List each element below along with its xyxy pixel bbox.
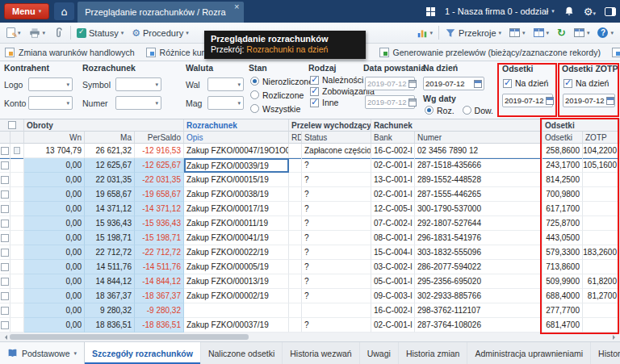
- table-row[interactable]: 0,0015 936,43-15 936,43Zakup FZKO/00011/…: [0, 216, 620, 231]
- cell-rd[interactable]: [289, 274, 302, 289]
- row-select-cell[interactable]: [0, 260, 10, 274]
- scroll-left-icon[interactable]: [2, 335, 7, 340]
- symbol-select[interactable]: ▾: [115, 77, 161, 91]
- cell-odsetki[interactable]: 243,1700: [542, 158, 583, 173]
- cell-ma[interactable]: 22 712,72: [85, 245, 135, 260]
- cell-persaldo[interactable]: -14 844,12: [135, 274, 184, 289]
- column-header-odsetki[interactable]: Odsetki: [542, 132, 583, 144]
- table-row[interactable]: 0,009 280,32-9 280,3216-C-002-I298-3762-…: [0, 303, 620, 318]
- row-checkbox[interactable]: [1, 321, 9, 329]
- row-select-cell[interactable]: [0, 216, 10, 231]
- cell-status[interactable]: [302, 303, 371, 318]
- konto-select[interactable]: ▾: [28, 96, 73, 110]
- group-header[interactable]: Przelew wychodzący: [289, 119, 371, 132]
- cell-odsetki[interactable]: 258,8600: [542, 144, 583, 158]
- tab-administracja-uprawnieniami[interactable]: Administracja uprawnieniami: [467, 342, 591, 364]
- cell-rd[interactable]: [289, 260, 302, 274]
- cell-status[interactable]: ?: [302, 216, 371, 231]
- apps-grid-icon[interactable]: [425, 6, 436, 17]
- cell-ma[interactable]: 26 621,32: [85, 144, 135, 158]
- cell-status[interactable]: ?: [302, 318, 371, 333]
- radio-icon[interactable]: [250, 104, 259, 113]
- cell-rd[interactable]: [289, 245, 302, 260]
- cell-numer[interactable]: 02 3456 7890 12: [415, 144, 542, 158]
- cell-persaldo[interactable]: -9 280,32: [135, 303, 184, 318]
- row-select-cell[interactable]: [0, 187, 10, 202]
- refresh-button[interactable]: ↻: [553, 24, 570, 41]
- cell-persaldo[interactable]: -19 658,67: [135, 187, 184, 202]
- row-select-cell[interactable]: [0, 144, 10, 158]
- checkbox-icon[interactable]: [503, 79, 512, 88]
- cell-odsetki[interactable]: 681,4700: [542, 318, 583, 333]
- group-header[interactable]: Odsetki: [542, 119, 620, 132]
- tab-uwagi[interactable]: Uwagi: [360, 342, 399, 364]
- cell-persaldo[interactable]: -12 625,67: [135, 158, 184, 173]
- cell-status[interactable]: ?: [302, 202, 371, 216]
- action-item[interactable]: Zmiana warunków handlowych: [5, 48, 135, 57]
- cell-status[interactable]: ?: [302, 245, 371, 260]
- cell-rd[interactable]: [289, 158, 302, 173]
- radio-icon[interactable]: [425, 106, 434, 115]
- close-tab-icon[interactable]: ×: [234, 2, 239, 11]
- cell-bank[interactable]: 02-C-001-I: [371, 187, 415, 202]
- cell-numer[interactable]: 298-3762-112107: [415, 303, 542, 318]
- cell-bank[interactable]: 16-C-002-I: [371, 144, 415, 158]
- cell-numer[interactable]: 300-1790-537000: [415, 202, 542, 216]
- company-selector[interactable]: 1 - Nasza firma 0 - oddział▾: [445, 6, 555, 16]
- view-mode-button[interactable]: ▾: [505, 24, 530, 41]
- cell-wn[interactable]: 0,00: [24, 245, 85, 260]
- document-tab[interactable]: Przeglądanie rozrachunków / Rozra ×: [78, 2, 243, 23]
- wgdaty-option[interactable]: Dow.: [463, 103, 493, 117]
- cell-numer[interactable]: 287-1518-435666: [415, 158, 542, 173]
- cell-persaldo[interactable]: -12 916,53: [135, 144, 184, 158]
- podstawowe-selector[interactable]: Podstawowe ▾: [0, 342, 85, 364]
- cell-rd[interactable]: [289, 289, 302, 303]
- statusy-button[interactable]: Statusy▾: [73, 24, 128, 41]
- cell-wn[interactable]: 0,00: [24, 173, 85, 187]
- home-button[interactable]: ⌂: [54, 2, 74, 20]
- na-dzien-field[interactable]: 2019-07-12: [423, 77, 484, 90]
- logo-select[interactable]: ▾: [28, 77, 73, 91]
- row-select-cell[interactable]: [0, 158, 10, 173]
- print-button[interactable]: ▾: [25, 24, 50, 41]
- wgdaty-option[interactable]: Roz.: [425, 103, 455, 117]
- cell-ma[interactable]: 18 836,51: [85, 318, 135, 333]
- cell-opis[interactable]: Zakup FZKO/00011/19: [184, 216, 289, 231]
- cell-odsetki[interactable]: 814,2500: [542, 173, 583, 187]
- cell-bank[interactable]: 03-C-002-I: [371, 260, 415, 274]
- cell-zotp[interactable]: 61,8200: [583, 274, 620, 289]
- cell-persaldo[interactable]: -15 936,43: [135, 216, 184, 231]
- cell-status[interactable]: ?: [302, 260, 371, 274]
- cell-opis[interactable]: Zakup FZKO/00037/19: [184, 318, 289, 333]
- group-header[interactable]: Rachunek: [371, 119, 542, 132]
- cell-bank[interactable]: 08-C-001-I: [371, 231, 415, 245]
- cell-odsetki[interactable]: 277,7700: [542, 303, 583, 318]
- radio-icon[interactable]: [463, 106, 471, 115]
- cell-opis[interactable]: Zakup FZKO/00039/19: [184, 158, 289, 173]
- group-header[interactable]: Obroty: [24, 119, 184, 132]
- column-header-numer[interactable]: Numer: [415, 132, 542, 144]
- row-select-cell[interactable]: [0, 303, 10, 318]
- cell-opis[interactable]: Zakup FZKO/00038/19: [184, 187, 289, 202]
- cell-wn[interactable]: 13 704,79: [24, 144, 85, 158]
- table-row[interactable]: 0,0018 836,51-18 836,51Zakup FZKO/00037/…: [0, 318, 620, 333]
- settings-gear-button[interactable]: ⚙▾: [584, 6, 596, 18]
- row-checkbox[interactable]: [1, 234, 9, 242]
- cell-wn[interactable]: 0,00: [24, 289, 85, 303]
- table-row[interactable]: 0,0018 367,37-18 367,37Zakup FZKO/00002/…: [0, 289, 620, 303]
- column-header-wn[interactable]: Wn: [24, 132, 85, 144]
- cell-rd[interactable]: [289, 173, 302, 187]
- table-row[interactable]: 0,0014 371,12-14 371,12Zakup FZKO/00017/…: [0, 202, 620, 216]
- cell-odsetki[interactable]: 509,9900: [542, 274, 583, 289]
- cell-numer[interactable]: 292-1807-527644: [415, 216, 542, 231]
- cell-ma[interactable]: 9 280,32: [85, 303, 135, 318]
- cell-rd[interactable]: [289, 318, 302, 333]
- cell-zotp[interactable]: [583, 260, 620, 274]
- cell-zotp[interactable]: 183,2600: [583, 245, 620, 260]
- cell-wn[interactable]: 0,00: [24, 187, 85, 202]
- cell-bank[interactable]: 16-C-002-I: [371, 303, 415, 318]
- cell-persaldo[interactable]: -18 367,37: [135, 289, 184, 303]
- cell-persaldo[interactable]: -14 511,76: [135, 260, 184, 274]
- row-select-cell[interactable]: [0, 274, 10, 289]
- row-select-cell[interactable]: [0, 231, 10, 245]
